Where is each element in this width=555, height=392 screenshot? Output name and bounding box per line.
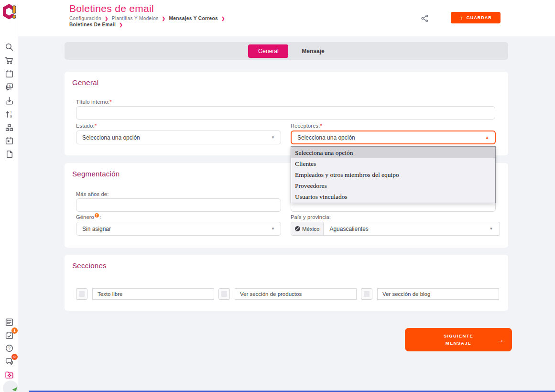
provincia-select-value: Aguascalientes [329,226,368,232]
help-badge-icon[interactable]: ? [95,213,99,218]
help-icon[interactable]: ? [4,343,14,353]
receptores-select-value: Selecciona una opción [297,134,355,141]
chevron-right-icon: ❯ [105,16,109,21]
list-icon[interactable] [4,316,14,327]
breadcrumb-item[interactable]: Configuración [69,16,101,21]
dropdown-option[interactable]: Clientes [291,158,495,169]
tab-general[interactable]: General [248,44,288,58]
sort-numeric-icon[interactable]: 19 [4,109,14,119]
dropdown-option[interactable]: Usuarios vinculados [291,191,495,202]
receptores-dropdown-list: Selecciona una opción Clientes Empleados… [291,146,496,203]
plus-icon: + [459,15,463,21]
country-chip[interactable]: México [291,222,324,236]
save-button[interactable]: + GUARDAR [451,12,501,23]
caret-up-icon: ▲ [485,135,489,140]
packages-icon[interactable] [4,122,14,132]
calendar-icon[interactable] [4,68,14,79]
chevron-right-icon: ❯ [119,22,123,27]
dropdown-option[interactable]: Proveedores [291,180,495,191]
mas-anos-input[interactable] [76,198,281,212]
tasks-badge: 1 [11,327,18,334]
import-icon[interactable] [4,95,14,106]
breadcrumb-item[interactable]: Mensajes Y Correos [169,16,218,21]
genero-select[interactable]: Sin asignar ▼ [76,222,281,236]
chat-badge: 0 [11,354,18,360]
tab-mensaje[interactable]: Mensaje [302,48,324,54]
chat-icon[interactable]: 0 [4,356,14,367]
required-mark: * [95,123,97,129]
estado-select-value: Selecciona una opción [82,134,140,141]
breadcrumb-item[interactable]: Boletines De Email [69,22,116,27]
receptores-label: Receptores:* [291,123,322,129]
calendar-event-icon[interactable] [4,135,14,146]
search-icon[interactable] [4,42,14,52]
general-card: General Título interno:* Estado:* Selecc… [65,72,508,155]
svg-text:1: 1 [10,110,12,113]
checkbox-fill [221,291,227,297]
estado-label: Estado:* [76,123,97,129]
secciones-card: Secciones Texto libre Ver sección de pro… [65,255,508,311]
checkbox-fill [364,291,370,297]
share-icon [420,14,429,23]
estado-select[interactable]: Selecciona una opción ▼ [76,131,281,144]
svg-text:9: 9 [10,114,12,118]
dropdown-option[interactable]: Selecciona una opción [291,147,495,158]
secciones-heading: Secciones [72,261,107,270]
required-mark: * [320,123,322,129]
genero-select-value: Sin asignar [82,226,111,232]
logo-icon [2,4,17,23]
file-icon[interactable] [4,149,14,159]
app-logo[interactable] [2,4,17,23]
general-heading: General [72,78,98,87]
dropdown-option[interactable]: Empleados y otros miembros del equipo [291,169,495,180]
caret-down-icon: ▼ [271,135,275,140]
tasks-calendar-icon[interactable]: 1 [4,330,14,340]
checkbox-fill [79,291,85,297]
share-button[interactable] [419,12,430,24]
required-mark: * [109,99,111,105]
texto-libre-box[interactable]: Texto libre [92,288,214,300]
sidebar: $ 19 1 ? 0 [0,0,18,392]
receptores-select[interactable]: Selecciona una opción ▲ [291,131,496,144]
settings-folder-icon[interactable] [4,370,14,380]
seccion-blog-checkbox[interactable] [361,288,372,300]
provincia-select[interactable]: Aguascalientes ▼ [324,222,500,236]
genero-label: Género?: [76,214,101,220]
chevron-right-icon: ❯ [162,16,166,21]
caret-down-icon: ▼ [490,227,493,231]
siguiente-mensaje-button[interactable]: SIGUIENTEMENSAJE → [405,328,512,351]
chevron-right-icon: ❯ [221,16,225,21]
titulo-interno-label: Título interno:* [76,99,112,105]
page-title: Boletines de email [69,3,154,14]
titulo-interno-input[interactable] [76,106,495,120]
pais-provincia-label: País y provincia: [291,214,331,220]
arrow-right-icon: → [497,336,504,344]
breadcrumb-item[interactable]: Plantillas Y Modelos [112,16,159,21]
sales-chat-icon[interactable]: $ [4,82,14,92]
country-chip-label: México [302,226,319,232]
svg-text:$: $ [9,84,11,87]
pais-provincia-control: México Aguascalientes ▼ [291,222,500,236]
cart-icon[interactable] [4,55,14,65]
seccion-productos-box[interactable]: Ver sección de productos [235,288,357,300]
segmentacion-heading: Segmentación [72,170,120,178]
mas-anos-label: Más años de: [76,191,109,197]
save-button-label: GUARDAR [467,15,492,20]
country-flag-placeholder-icon [294,226,301,232]
seccion-productos-checkbox[interactable] [218,288,230,300]
breadcrumb: Configuración ❯ Plantillas Y Modelos ❯ M… [69,16,225,21]
breadcrumb-line2: Boletines De Email ❯ [69,22,123,27]
texto-libre-checkbox[interactable] [76,288,87,300]
siguiente-mensaje-label: SIGUIENTEMENSAJE [444,333,473,347]
caret-down-icon: ▼ [271,227,275,231]
seccion-blog-box[interactable]: Ver sección de blog [377,288,499,300]
tab-bar: General Mensaje [65,42,508,60]
svg-text:?: ? [8,346,11,350]
